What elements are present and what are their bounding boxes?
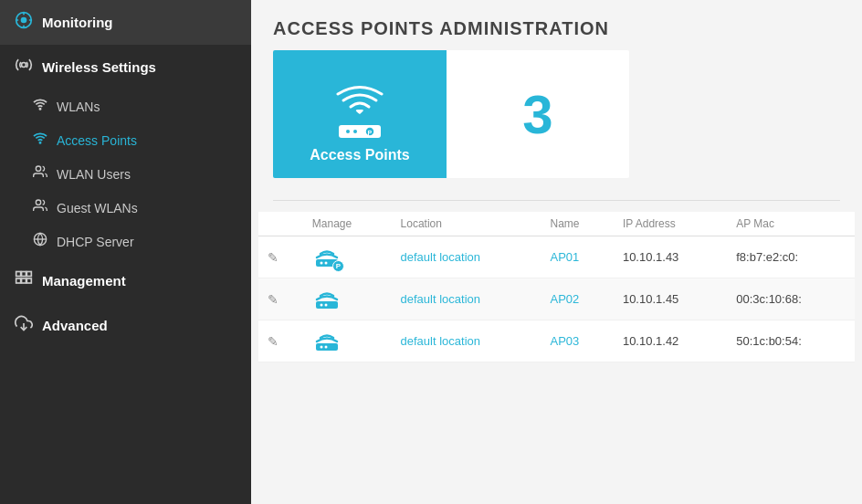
location-link[interactable]: default location: [401, 292, 480, 306]
edit-cell[interactable]: ✎: [258, 320, 303, 362]
ip-cell: 10.10.1.42: [614, 320, 727, 362]
col-ip: IP Address: [614, 212, 727, 236]
monitoring-icon: [15, 11, 33, 34]
svg-rect-13: [22, 278, 26, 283]
sidebar-item-access-points[interactable]: Access Points: [33, 123, 251, 157]
col-manage: Manage: [303, 212, 392, 236]
table-row: ✎ P default locationAP0110.10.1.43f8:b7:…: [258, 236, 855, 278]
wireless-settings-label: Wireless Settings: [42, 59, 156, 75]
svg-rect-14: [26, 278, 31, 283]
guest-wlans-label: Guest WLANs: [57, 201, 138, 215]
access-points-table: Manage Location Name IP Address AP Mac ✎…: [258, 212, 855, 362]
section-divider: [273, 200, 840, 201]
stats-card-area: P Access Points 3: [251, 50, 862, 178]
monitoring-label: Monitoring: [42, 15, 112, 30]
location-cell[interactable]: default location: [392, 278, 541, 320]
ip-cell: 10.10.1.45: [614, 278, 727, 320]
dhcp-server-label: DHCP Server: [57, 235, 134, 249]
mac-cell: 50:1c:b0:54:: [727, 320, 855, 362]
management-label: Management: [42, 273, 126, 289]
wlan-users-label: WLAN Users: [57, 167, 131, 182]
access-points-label: Access Points: [57, 133, 137, 148]
wifi-signal-icon: [334, 81, 385, 121]
ap-name-link[interactable]: AP02: [551, 292, 580, 306]
manage-ap-icon: [312, 286, 342, 312]
sidebar-item-dhcp-server[interactable]: DHCP Server: [33, 225, 251, 258]
main-content: ACCESS POINTS ADMINISTRATION: [251, 0, 862, 504]
col-name: Name: [541, 212, 614, 236]
wlan-users-icon: [33, 164, 47, 184]
access-points-icon: [33, 131, 47, 150]
table-row: ✎ default locationAP0310.10.1.4250:1c:b0…: [258, 320, 855, 362]
location-link[interactable]: default location: [401, 250, 480, 264]
manage-ap-icon: [312, 328, 342, 354]
mac-cell: 00:3c:10:68:: [727, 278, 855, 320]
ip-cell: 10.10.1.43: [614, 236, 727, 278]
management-icon: [15, 269, 33, 292]
ap-name-link[interactable]: AP03: [551, 334, 580, 348]
svg-rect-9: [16, 272, 21, 277]
svg-point-26: [324, 304, 327, 307]
edit-cell[interactable]: ✎: [258, 278, 303, 320]
manage-cell[interactable]: [303, 320, 392, 362]
sidebar-item-wlan-users[interactable]: WLAN Users: [33, 157, 251, 191]
svg-rect-12: [16, 278, 21, 283]
wlans-icon: [33, 97, 47, 116]
manage-ap-icon: P: [312, 244, 342, 270]
sidebar-sub-wireless: WLANs Access Points WLAN Users Guest WLA…: [0, 89, 251, 258]
dhcp-server-icon: [33, 232, 47, 251]
col-location: Location: [392, 212, 541, 236]
sidebar-item-advanced[interactable]: Advanced: [0, 303, 251, 348]
advanced-label: Advanced: [42, 318, 108, 333]
manage-cell[interactable]: P: [303, 236, 392, 278]
advanced-icon: [15, 314, 33, 337]
svg-point-6: [36, 200, 40, 205]
name-cell[interactable]: AP03: [541, 320, 614, 362]
location-cell[interactable]: default location: [392, 320, 541, 362]
col-mac: AP Mac: [727, 212, 855, 236]
svg-point-22: [320, 262, 322, 265]
router-icon: P: [335, 121, 384, 142]
svg-point-29: [324, 346, 327, 349]
table-row: ✎ default locationAP0210.10.1.4500:3c:10…: [258, 278, 855, 320]
col-actions: [258, 212, 303, 236]
svg-point-2: [22, 63, 26, 68]
ap-card-label: Access Points: [310, 147, 409, 163]
edit-cell[interactable]: ✎: [258, 236, 303, 278]
sidebar-item-wireless-settings[interactable]: Wireless Settings: [0, 45, 251, 89]
location-link[interactable]: default location: [401, 334, 480, 348]
ap-card: P Access Points: [273, 50, 447, 178]
svg-rect-10: [22, 272, 26, 277]
svg-point-3: [39, 109, 40, 110]
guest-wlans-icon: [33, 198, 47, 217]
edit-icon[interactable]: ✎: [268, 292, 279, 307]
ap-card-icon-container: P: [334, 81, 385, 142]
access-points-table-container: Manage Location Name IP Address AP Mac ✎…: [251, 212, 862, 362]
svg-point-23: [324, 262, 327, 265]
name-cell[interactable]: AP02: [541, 278, 614, 320]
wlans-label: WLANs: [57, 100, 100, 114]
svg-point-4: [39, 142, 40, 143]
ap-card-count: 3: [447, 50, 629, 178]
sidebar-item-wlans[interactable]: WLANs: [33, 89, 251, 123]
manage-cell[interactable]: [303, 278, 392, 320]
svg-point-28: [320, 346, 322, 349]
name-cell[interactable]: AP01: [541, 236, 614, 278]
location-cell[interactable]: default location: [392, 236, 541, 278]
sidebar-item-management[interactable]: Management: [0, 258, 251, 303]
p-badge: P: [332, 260, 344, 272]
table-header-row: Manage Location Name IP Address AP Mac: [258, 212, 855, 236]
sidebar-item-monitoring[interactable]: Monitoring: [0, 0, 251, 45]
sidebar: Monitoring Wireless Settings WLANs Acces…: [0, 0, 251, 504]
wireless-settings-icon: [15, 56, 33, 79]
svg-point-18: [353, 130, 357, 133]
ap-name-link[interactable]: AP01: [551, 250, 580, 264]
edit-icon[interactable]: ✎: [268, 334, 279, 349]
edit-icon[interactable]: ✎: [268, 250, 279, 265]
page-title: ACCESS POINTS ADMINISTRATION: [251, 0, 862, 50]
svg-text:P: P: [368, 130, 373, 136]
svg-point-5: [36, 166, 40, 171]
svg-point-25: [320, 304, 322, 307]
sidebar-item-guest-wlans[interactable]: Guest WLANs: [33, 191, 251, 225]
svg-point-1: [21, 17, 27, 24]
